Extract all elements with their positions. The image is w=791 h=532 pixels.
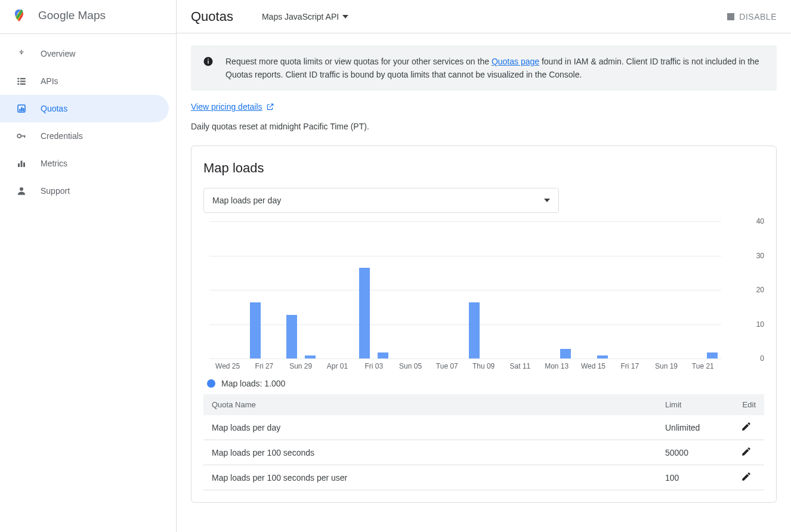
svg-rect-2 — [17, 78, 19, 79]
quota-name-cell: Map loads per day — [203, 415, 657, 440]
pricing-details-link[interactable]: View pricing details — [191, 102, 274, 112]
chart-y-axis: 403020100 — [721, 221, 764, 358]
sidebar-item-overview[interactable]: Overview — [0, 40, 176, 67]
quota-name-cell: Map loads per 100 seconds per user — [203, 465, 657, 490]
sidebar-item-label: Overview — [41, 49, 75, 58]
svg-rect-5 — [20, 81, 26, 82]
sidebar-item-apis[interactable]: APIs — [0, 67, 176, 95]
api-selector-label: Maps JavaScript API — [262, 12, 339, 21]
svg-rect-11 — [23, 108, 24, 111]
metric-selector[interactable]: Map loads per day — [203, 188, 559, 213]
quota-icon — [14, 103, 29, 114]
chart-bar[interactable] — [469, 302, 480, 359]
bar-slot — [465, 302, 484, 359]
quota-table: Quota Name Limit Edit Map loads per dayU… — [203, 394, 764, 490]
col-limit: Limit — [657, 394, 728, 415]
svg-rect-10 — [21, 107, 22, 112]
chart-bar[interactable] — [359, 268, 370, 358]
sidebar-item-support[interactable]: Support — [0, 177, 176, 205]
edit-cell — [728, 465, 764, 490]
key-icon — [14, 131, 29, 141]
legend-label: Map loads: 1.000 — [221, 379, 285, 388]
x-tick-label: Wed 15 — [575, 362, 611, 370]
chart-bar[interactable] — [250, 302, 261, 359]
pencil-icon — [741, 446, 752, 457]
quota-limit-cell: Unlimited — [657, 415, 728, 440]
caret-down-icon — [342, 15, 348, 18]
metric-selector-label: Map loads per day — [212, 196, 281, 205]
sidebar-item-label: Support — [41, 186, 70, 196]
edit-button[interactable] — [741, 446, 752, 457]
quotas-page-link[interactable]: Quotas page — [492, 57, 539, 66]
sidebar-nav: Overview APIs Quotas Credentials Metrics… — [0, 34, 176, 205]
external-link-icon — [266, 103, 274, 111]
bar-slot — [374, 352, 393, 359]
sidebar-item-metrics[interactable]: Metrics — [0, 150, 176, 177]
chart-bar[interactable] — [707, 352, 718, 359]
product-name: Google Maps — [38, 9, 106, 22]
chart: 403020100 Wed 25Fri 27Sun 29Apr 01Fri 03… — [203, 221, 764, 370]
disable-button[interactable]: DISABLE — [727, 12, 777, 21]
svg-rect-4 — [17, 81, 19, 82]
svg-rect-9 — [19, 109, 20, 112]
bar-slot — [301, 355, 319, 358]
x-tick-label: Fri 27 — [246, 362, 282, 370]
content: Request more quota limits or view quotas… — [177, 33, 791, 532]
svg-rect-16 — [21, 161, 23, 168]
svg-rect-7 — [20, 83, 26, 85]
sidebar-item-credentials[interactable]: Credentials — [0, 122, 176, 150]
api-selector[interactable]: Maps JavaScript API — [262, 12, 348, 21]
chart-bar[interactable] — [597, 355, 608, 358]
edit-button[interactable] — [741, 421, 752, 432]
edit-button[interactable] — [741, 471, 752, 482]
list-icon — [14, 76, 29, 86]
google-maps-logo-icon — [12, 8, 26, 23]
x-tick-label: Wed 25 — [209, 362, 246, 370]
chart-bar[interactable] — [560, 349, 571, 358]
svg-rect-20 — [208, 61, 209, 64]
table-row: Map loads per 100 seconds per user100 — [203, 465, 764, 490]
banner-text: Request more quota limits or view quotas… — [225, 55, 765, 81]
sidebar-item-label: Metrics — [41, 159, 67, 168]
svg-rect-17 — [23, 163, 25, 168]
pencil-icon — [741, 471, 752, 482]
svg-rect-6 — [17, 83, 19, 85]
pencil-icon — [741, 421, 752, 432]
person-icon — [14, 185, 29, 196]
metrics-icon — [14, 158, 29, 169]
svg-rect-15 — [18, 163, 20, 167]
svg-point-12 — [17, 134, 21, 138]
bar-slot — [283, 315, 301, 359]
overview-icon — [14, 48, 29, 59]
quota-limit-cell: 50000 — [657, 440, 728, 465]
quota-limit-cell: 100 — [657, 465, 728, 490]
chart-bar[interactable] — [378, 352, 388, 359]
col-quota-name: Quota Name — [203, 394, 657, 415]
card-title: Map loads — [203, 160, 764, 176]
sidebar: Google Maps Overview APIs Quotas Credent… — [0, 0, 177, 532]
page-title: Quotas — [191, 9, 233, 24]
sidebar-header: Google Maps — [0, 0, 176, 34]
chart-bar[interactable] — [305, 355, 316, 358]
info-icon — [203, 56, 214, 67]
x-tick-label: Tue 07 — [429, 362, 465, 370]
chart-legend: Map loads: 1.000 — [203, 379, 764, 388]
toolbar: Quotas Maps JavaScript API DISABLE — [177, 0, 791, 33]
chart-bar[interactable] — [286, 315, 297, 359]
x-tick-label: Sun 29 — [283, 362, 319, 370]
legend-dot-icon — [207, 379, 215, 388]
main: Quotas Maps JavaScript API DISABLE Reque… — [177, 0, 791, 532]
x-tick-label: Sat 11 — [502, 362, 538, 370]
chart-x-axis: Wed 25Fri 27Sun 29Apr 01Fri 03Sun 05Tue … — [209, 362, 721, 370]
caret-down-icon — [544, 199, 550, 202]
bar-slot — [557, 349, 575, 358]
bar-slot — [246, 302, 264, 359]
table-row: Map loads per dayUnlimited — [203, 415, 764, 440]
x-tick-label: Sun 05 — [392, 362, 428, 370]
stop-icon — [727, 13, 734, 20]
sidebar-item-label: Credentials — [41, 131, 83, 141]
svg-rect-14 — [24, 135, 26, 138]
info-banner: Request more quota limits or view quotas… — [191, 45, 777, 91]
x-tick-label: Fri 17 — [611, 362, 648, 370]
sidebar-item-quotas[interactable]: Quotas — [0, 95, 169, 122]
